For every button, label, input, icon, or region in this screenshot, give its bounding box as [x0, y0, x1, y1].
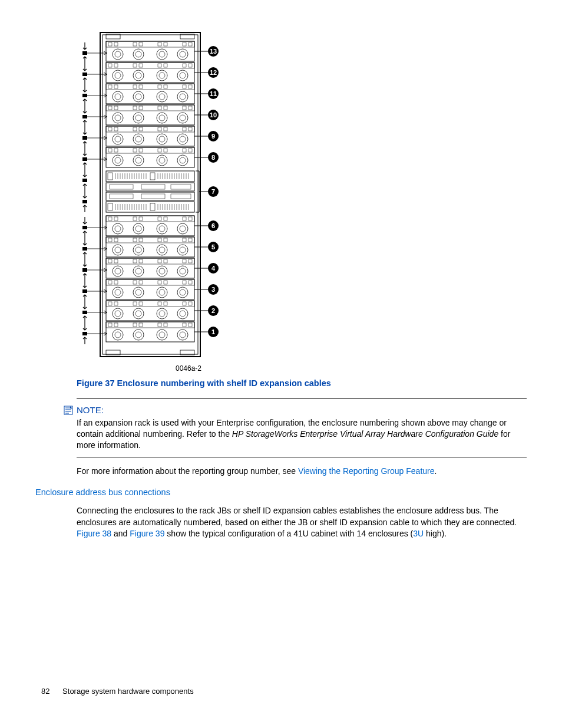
figure-diagram: 13 12 11 10 9 8 7 6 5 4 3 2 1	[77, 29, 527, 360]
para1-text: For more information about the reporting…	[77, 466, 298, 476]
note-icon	[64, 406, 73, 415]
note-divider-bottom	[77, 457, 527, 457]
rack-diagram-svg: 13 12 11 10 9 8 7 6 5 4 3 2 1	[77, 29, 242, 360]
callout-6: 6	[211, 222, 215, 229]
note-label: NOTE:	[77, 405, 104, 415]
note-block: NOTE: If an expansion rack is used with …	[77, 405, 527, 451]
callout-5: 5	[211, 243, 215, 251]
sec-t1: Connecting the enclosures to the rack JB…	[77, 506, 517, 527]
callout-9: 9	[211, 133, 215, 140]
callout-1: 1	[211, 328, 215, 335]
callout-12: 12	[210, 69, 217, 76]
callout-10: 10	[210, 111, 217, 118]
section-heading-enclosure-address-bus: Enclosure address bus connections	[35, 487, 527, 497]
note-divider-top	[77, 398, 527, 399]
link-figure-38[interactable]: Figure 38	[77, 529, 111, 538]
sec-t4: high).	[424, 529, 447, 538]
note-body: If an expansion rack is used with your E…	[77, 417, 527, 451]
callout-8: 8	[211, 154, 215, 161]
note-text-italic: HP StorageWorks Enterprise Virtual Array…	[232, 429, 498, 439]
link-figure-39[interactable]: Figure 39	[130, 529, 164, 538]
sec-t3: show the typical configuration of a 41U …	[164, 529, 413, 538]
figure-reference-code: 0046a-2	[112, 364, 265, 373]
callout-13: 13	[210, 48, 217, 55]
callout-7: 7	[211, 188, 215, 195]
link-3u[interactable]: 3U	[413, 529, 424, 538]
para1-end: .	[435, 466, 437, 476]
sec-t2: and	[111, 529, 130, 538]
callout-3: 3	[211, 286, 215, 293]
figure-caption: Figure 37 Enclosure numbering with shelf…	[77, 378, 527, 388]
paragraph-reporting-group: For more information about the reporting…	[77, 466, 527, 477]
callout-11: 11	[210, 90, 217, 97]
footer-title: Storage system hardware components	[62, 687, 194, 696]
callout-4: 4	[211, 265, 216, 272]
page-footer: 82 Storage system hardware components	[41, 687, 194, 696]
link-viewing-reporting-group[interactable]: Viewing the Reporting Group Feature	[298, 466, 435, 476]
callout-2: 2	[211, 307, 215, 314]
page-number: 82	[41, 687, 49, 696]
paragraph-address-bus: Connecting the enclosures to the rack JB…	[77, 505, 527, 540]
